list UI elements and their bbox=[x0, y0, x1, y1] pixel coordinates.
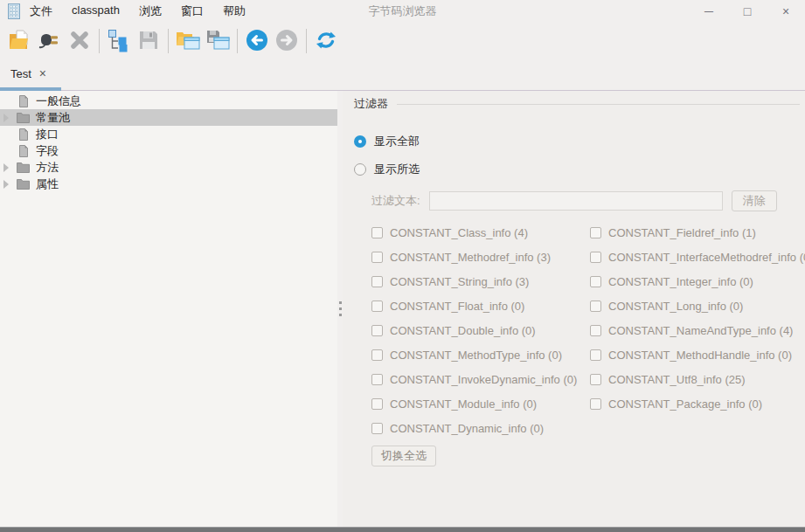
toolbar-separator bbox=[168, 29, 169, 53]
tree-item[interactable]: 一般信息 bbox=[0, 93, 337, 109]
expand-arrow-icon[interactable] bbox=[0, 97, 12, 106]
expand-arrow-icon[interactable] bbox=[0, 130, 12, 139]
checkbox-icon[interactable] bbox=[371, 423, 383, 434]
app-icon bbox=[7, 3, 21, 19]
filter-text-row: 过滤文本: 清除 bbox=[371, 190, 805, 211]
save-button[interactable] bbox=[135, 27, 163, 55]
checkbox-label: CONSTANT_Dynamic_info (0) bbox=[390, 422, 544, 435]
hierarchy-icon bbox=[107, 28, 131, 55]
constant-type-checkbox[interactable]: CONSTANT_InvokeDynamic_info (0) bbox=[371, 373, 590, 385]
constant-type-checkbox[interactable]: CONSTANT_Methodref_info (3) bbox=[371, 251, 590, 263]
checkbox-icon[interactable] bbox=[371, 325, 383, 336]
tab-close-icon[interactable]: × bbox=[39, 66, 46, 80]
menu-item[interactable]: 浏览 bbox=[139, 3, 162, 19]
tree-node-icon bbox=[12, 145, 33, 157]
checkbox-icon[interactable] bbox=[371, 374, 383, 385]
expand-arrow-icon[interactable] bbox=[0, 114, 12, 122]
tree-item-label: 接口 bbox=[36, 127, 59, 142]
checkbox-icon[interactable] bbox=[590, 301, 601, 312]
checkbox-icon[interactable] bbox=[590, 325, 601, 336]
checkbox-icon[interactable] bbox=[590, 349, 601, 361]
close-file-button[interactable] bbox=[66, 27, 94, 55]
checkbox-icon[interactable] bbox=[371, 301, 383, 312]
filter-panel: 过滤器 显示全部 显示所选 过滤文本: 清除 bbox=[343, 91, 805, 527]
toggle-all-button[interactable]: 切换全选 bbox=[371, 446, 436, 466]
checkbox-label: CONSTANT_NameAndType_info (4) bbox=[608, 324, 793, 337]
constant-type-checkbox[interactable]: CONSTANT_Long_info (0) bbox=[590, 300, 805, 312]
open-class-window-button[interactable] bbox=[174, 27, 202, 55]
reload-button[interactable] bbox=[312, 27, 340, 55]
save-window-button[interactable] bbox=[204, 27, 232, 55]
menu-item[interactable]: 窗口 bbox=[181, 3, 204, 19]
tree-item-label: 属性 bbox=[36, 176, 59, 192]
checkbox-label: CONSTANT_InvokeDynamic_info (0) bbox=[390, 373, 577, 386]
constant-type-checkbox[interactable]: CONSTANT_String_info (3) bbox=[371, 275, 590, 287]
tree-item-label: 字段 bbox=[36, 143, 59, 159]
tree-node-icon bbox=[12, 95, 33, 107]
splitter-handle-icon bbox=[339, 314, 342, 316]
minimize-button[interactable]: ─ bbox=[697, 1, 721, 22]
constant-type-checkbox[interactable]: CONSTANT_Integer_info (0) bbox=[590, 275, 805, 287]
radio-unselected-icon[interactable] bbox=[354, 163, 366, 176]
tree-item[interactable]: 方法 bbox=[0, 159, 337, 176]
tree-item[interactable]: 字段 bbox=[0, 142, 337, 159]
checkbox-icon[interactable] bbox=[371, 252, 383, 263]
tree-item[interactable]: 接口 bbox=[0, 126, 337, 142]
constant-type-checkbox[interactable]: CONSTANT_Fieldref_info (1) bbox=[590, 226, 805, 238]
constant-type-checkbox[interactable]: CONSTANT_Double_info (0) bbox=[371, 324, 590, 336]
filter-text-input[interactable] bbox=[429, 191, 723, 211]
checkbox-icon[interactable] bbox=[590, 398, 601, 410]
checkbox-label: CONSTANT_MethodType_info (0) bbox=[390, 349, 562, 362]
forward-button[interactable] bbox=[273, 27, 301, 55]
folder-window-icon bbox=[176, 28, 200, 55]
menubar: 文件 classpath 浏览 窗口 帮助 bbox=[30, 3, 246, 19]
constant-type-checkbox[interactable]: CONSTANT_Module_info (0) bbox=[371, 397, 590, 410]
filter-group-header: 过滤器 bbox=[354, 96, 800, 112]
back-button[interactable] bbox=[243, 27, 271, 55]
constant-type-checkbox[interactable]: CONSTANT_Dynamic_info (0) bbox=[371, 422, 590, 434]
expand-arrow-icon[interactable] bbox=[0, 163, 12, 172]
main-content: 一般信息 常量池 bbox=[0, 91, 805, 527]
plug-button[interactable] bbox=[36, 27, 64, 55]
constant-type-checkbox-grid: CONSTANT_Class_info (4) CONSTANT_Fieldre… bbox=[371, 226, 805, 434]
constant-type-checkbox[interactable]: CONSTANT_Package_info (0) bbox=[590, 397, 805, 410]
tab-test[interactable]: Test × bbox=[0, 59, 61, 87]
tree-item[interactable]: 属性 bbox=[0, 176, 337, 192]
constant-type-checkbox[interactable]: CONSTANT_Float_info (0) bbox=[371, 300, 590, 312]
menu-item[interactable]: 帮助 bbox=[223, 3, 246, 19]
menu-item[interactable]: 文件 bbox=[30, 3, 52, 19]
checkbox-icon[interactable] bbox=[590, 276, 601, 287]
close-button[interactable]: × bbox=[774, 1, 798, 22]
tree-item-label: 常量池 bbox=[36, 110, 70, 126]
constant-type-checkbox[interactable]: CONSTANT_MethodType_info (0) bbox=[371, 349, 590, 361]
tree-node-icon bbox=[12, 112, 33, 123]
checkbox-label: CONSTANT_InterfaceMethodref_info (0) bbox=[608, 251, 805, 264]
constant-type-checkbox[interactable]: CONSTANT_NameAndType_info (4) bbox=[590, 324, 805, 336]
checkbox-icon[interactable] bbox=[371, 349, 383, 361]
checkbox-icon[interactable] bbox=[371, 276, 383, 287]
tree-structure-button[interactable] bbox=[105, 27, 133, 55]
constant-type-checkbox[interactable]: CONSTANT_Class_info (4) bbox=[371, 226, 590, 238]
expand-arrow-icon[interactable] bbox=[0, 180, 12, 189]
menu-item[interactable]: classpath bbox=[72, 3, 120, 19]
active-tab-indicator bbox=[0, 87, 61, 91]
expand-arrow-icon[interactable] bbox=[0, 147, 12, 155]
checkbox-icon[interactable] bbox=[590, 227, 601, 238]
radio-label: 显示全部 bbox=[374, 134, 420, 149]
maximize-button[interactable]: □ bbox=[735, 1, 760, 22]
checkbox-icon[interactable] bbox=[590, 374, 601, 385]
checkbox-icon[interactable] bbox=[371, 227, 383, 238]
splitter-handle-icon bbox=[339, 307, 342, 310]
clear-button[interactable]: 清除 bbox=[732, 190, 777, 211]
radio-show-selected[interactable]: 显示所选 bbox=[354, 162, 805, 177]
checkbox-icon[interactable] bbox=[371, 398, 383, 410]
radio-show-all[interactable]: 显示全部 bbox=[354, 134, 805, 149]
checkbox-icon[interactable] bbox=[590, 252, 601, 263]
constant-type-checkbox[interactable]: CONSTANT_InterfaceMethodref_info (0) bbox=[590, 251, 805, 263]
constant-type-checkbox[interactable]: CONSTANT_MethodHandle_info (0) bbox=[590, 349, 805, 361]
constant-type-checkbox[interactable]: CONSTANT_Utf8_info (25) bbox=[590, 373, 805, 385]
checkbox-label: CONSTANT_Module_info (0) bbox=[390, 397, 537, 411]
open-file-button[interactable] bbox=[6, 27, 34, 55]
tree-item[interactable]: 常量池 bbox=[0, 109, 337, 126]
radio-selected-icon[interactable] bbox=[354, 135, 366, 148]
